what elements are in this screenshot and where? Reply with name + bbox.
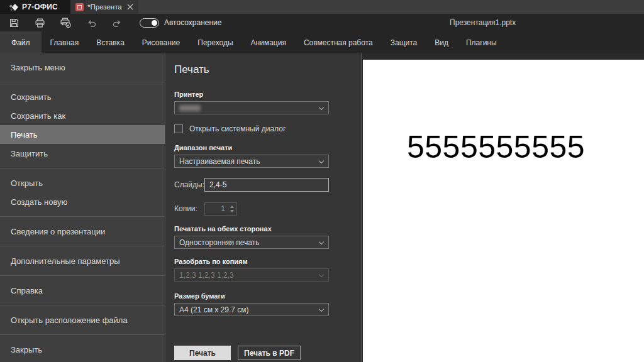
titlebar: Р7-ОФИС *Презентация... <box>0 0 644 14</box>
collate-value: 1,2,3 1,2,3 1,2,3 <box>179 271 234 280</box>
chevron-down-icon <box>319 105 324 110</box>
print-submit-button[interactable]: Печать <box>174 346 231 360</box>
file-menu-content: Закрыть меню Сохранить Сохранить как Печ… <box>0 53 644 362</box>
print-range-label: Диапазон печати <box>174 144 352 151</box>
print-range-value: Настраиваемая печать <box>179 157 260 166</box>
panel-heading: Печать <box>174 63 352 77</box>
both-sides-label: Печатать на обеих сторонах <box>174 225 352 233</box>
tab-animation[interactable]: Анимация <box>242 31 295 53</box>
sidebar-item-open[interactable]: Открыть <box>0 173 165 192</box>
document-filename: Презентация1.pptx <box>450 14 516 31</box>
arrow-down-icon[interactable] <box>230 210 234 212</box>
autosave-toggle[interactable] <box>140 18 159 28</box>
arrow-up-icon[interactable] <box>230 206 234 208</box>
slides-row: Слайды: 2,4-5 <box>174 178 352 192</box>
print-preview-area: 5555555555 <box>362 53 644 362</box>
save-button[interactable] <box>5 15 23 30</box>
both-sides-select[interactable]: Односторонняя печать <box>174 236 329 249</box>
app-logo-section[interactable]: Р7-ОФИС <box>0 0 70 14</box>
divider <box>0 168 165 168</box>
printer-name-redacted <box>179 105 201 111</box>
chevron-down-icon <box>319 272 324 277</box>
divider <box>0 305 165 305</box>
tab-home[interactable]: Главная <box>42 31 88 53</box>
print-settings-panel: Печать Принтер Открыть системный диалог … <box>165 53 362 362</box>
sidebar-item-help[interactable]: Справка <box>0 281 165 300</box>
sidebar-item-open-file-location[interactable]: Открыть расположение файла <box>0 310 165 329</box>
sidebar-item-close[interactable]: Закрыть <box>0 340 165 359</box>
slide-preview: 5555555555 <box>363 60 644 362</box>
paper-size-select[interactable]: A4 (21 см x 29.7 см) <box>174 303 329 316</box>
slide-text: 5555555555 <box>407 129 585 165</box>
copies-stepper[interactable]: 1 <box>204 202 237 216</box>
toggle-knob <box>152 20 157 26</box>
chevron-down-icon <box>319 307 324 312</box>
sidebar-item-advanced-settings[interactable]: Дополнительные параметры <box>0 251 165 270</box>
tab-insert[interactable]: Вставка <box>87 31 133 53</box>
slides-input[interactable]: 2,4-5 <box>204 178 329 192</box>
document-tab[interactable]: *Презентация... <box>70 0 138 14</box>
sidebar-item-presentation-info[interactable]: Сведения о презентации <box>0 222 165 241</box>
printer-select[interactable] <box>174 101 329 114</box>
undo-button[interactable] <box>82 15 100 30</box>
divider <box>0 82 165 82</box>
paper-size-label: Размер бумаги <box>174 292 352 300</box>
collate-label: Разобрать по копиям <box>174 258 352 265</box>
divider <box>0 216 165 217</box>
tab-transitions[interactable]: Переходы <box>189 31 242 53</box>
print-icon <box>35 18 45 28</box>
collate-select: 1,2,3 1,2,3 1,2,3 <box>174 268 329 282</box>
system-dialog-checkbox[interactable] <box>174 124 183 133</box>
autosave-label: Автосохранение <box>164 18 221 27</box>
printer-label: Принтер <box>174 90 352 98</box>
copies-label: Копии: <box>174 204 204 213</box>
document-tab-title: *Презентация... <box>87 3 122 11</box>
r7-office-logo-icon <box>9 3 18 12</box>
tab-plugins[interactable]: Плагины <box>457 31 506 53</box>
copies-row: Копии: 1 <box>174 202 352 216</box>
panel-buttons: Печать Печать в PDF <box>174 346 301 360</box>
sidebar-item-save-as[interactable]: Сохранить как <box>0 106 165 125</box>
file-menu-sidebar: Закрыть меню Сохранить Сохранить как Печ… <box>0 53 165 362</box>
copies-value: 1 <box>205 204 228 213</box>
tab-draw[interactable]: Рисование <box>133 31 189 53</box>
quick-print-button[interactable] <box>57 15 74 30</box>
autosave-toggle-group: Автосохранение <box>140 18 221 28</box>
tab-collaboration[interactable]: Совместная работа <box>295 31 382 53</box>
tab-protection[interactable]: Защита <box>382 31 426 53</box>
chevron-down-icon <box>319 239 324 244</box>
paper-size-value: A4 (21 см x 29.7 см) <box>179 305 249 314</box>
print-to-pdf-button[interactable]: Печать в PDF <box>238 346 301 360</box>
system-dialog-row: Открыть системный диалог <box>174 124 352 133</box>
divider <box>0 334 165 335</box>
sidebar-item-create-new[interactable]: Создать новую <box>0 192 165 211</box>
save-icon <box>9 18 19 28</box>
both-sides-value: Односторонняя печать <box>179 238 260 247</box>
quick-access-toolbar: Автосохранение Презентация1.pptx <box>0 14 644 31</box>
menubar: Файл Главная Вставка Рисование Переходы … <box>0 31 644 53</box>
undo-icon <box>86 18 97 28</box>
slides-label: Слайды: <box>174 180 204 189</box>
tab-view[interactable]: Вид <box>426 31 457 53</box>
redo-icon <box>112 18 123 28</box>
divider <box>0 275 165 276</box>
system-dialog-label: Открыть системный диалог <box>189 124 286 133</box>
redo-button[interactable] <box>108 15 126 30</box>
divider <box>0 246 165 246</box>
print-button[interactable] <box>31 15 48 30</box>
quick-print-icon <box>60 17 71 28</box>
stepper-arrows[interactable] <box>228 203 236 215</box>
tab-file[interactable]: Файл <box>0 31 42 53</box>
print-range-select[interactable]: Настраиваемая печать <box>174 155 329 168</box>
sidebar-item-save[interactable]: Сохранить <box>0 87 165 106</box>
chevron-down-icon <box>319 158 324 163</box>
sidebar-item-close-menu[interactable]: Закрыть меню <box>0 58 165 77</box>
sidebar-item-protect[interactable]: Защитить <box>0 144 165 163</box>
close-icon[interactable] <box>126 3 135 11</box>
sidebar-item-print[interactable]: Печать <box>0 125 165 144</box>
presentation-app-icon <box>75 3 84 11</box>
app-name: Р7-ОФИС <box>22 3 58 11</box>
